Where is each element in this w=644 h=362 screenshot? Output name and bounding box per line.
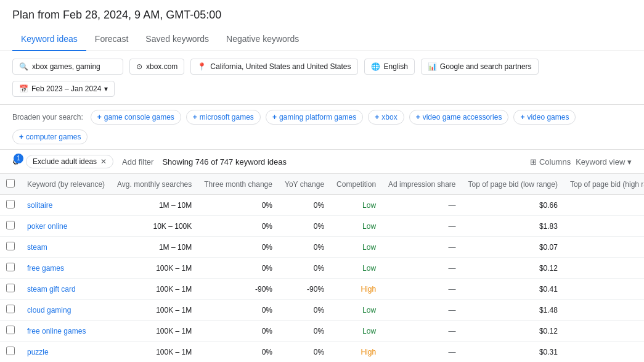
col-keyword[interactable]: Keyword (by relevance) — [21, 174, 111, 195]
row-checkbox[interactable] — [0, 195, 21, 216]
row-ad-impression: — — [382, 342, 462, 363]
close-icon[interactable]: ✕ — [100, 157, 107, 166]
tab-keyword-ideas[interactable]: Keyword ideas — [12, 28, 86, 51]
row-keyword: steam gift card — [21, 279, 111, 300]
row-avg-monthly: 1M – 10M — [111, 195, 198, 216]
row-competition: Low — [330, 321, 382, 342]
domain-value: xbox.com — [146, 62, 177, 71]
toolbar: ⚙ 1 Exclude adult ideas ✕ Add filter Sho… — [0, 150, 644, 174]
plus-icon-0: + — [97, 113, 102, 121]
filter-button[interactable]: ⚙ 1 — [12, 157, 20, 167]
row-select-checkbox[interactable] — [6, 326, 15, 334]
language-pill[interactable]: 🌐 English — [364, 59, 415, 75]
row-checkbox[interactable] — [0, 300, 21, 321]
tab-forecast[interactable]: Forecast — [86, 28, 137, 51]
columns-label: Columns — [539, 157, 571, 167]
keyword-view-button[interactable]: Keyword view ▾ — [576, 157, 632, 167]
row-keyword: steam — [21, 237, 111, 258]
row-select-checkbox[interactable] — [6, 263, 15, 271]
exclude-adult-pill[interactable]: Exclude adult ideas ✕ — [26, 155, 113, 168]
row-three-month: 0% — [198, 195, 279, 216]
tab-saved-keywords[interactable]: Saved keywords — [137, 28, 218, 51]
tab-negative-keywords[interactable]: Negative keywords — [218, 28, 308, 51]
col-competition[interactable]: Competition — [330, 174, 382, 195]
suggestion-chip-6[interactable]: +computer games — [12, 130, 88, 144]
row-top-bid-high: $1.50 — [564, 321, 644, 342]
page-title: Plan from Feb 28, 2024, 9 AM, GMT-05:00 — [12, 9, 632, 22]
row-competition: High — [330, 342, 382, 363]
language-value: English — [384, 62, 408, 71]
row-keyword: cloud gaming — [21, 300, 111, 321]
filters-bar: 🔍 xbox games, gaming ⊙ xbox.com 📍 Califo… — [0, 51, 644, 105]
row-ad-impression: — — [382, 258, 462, 279]
row-checkbox[interactable] — [0, 342, 21, 363]
row-avg-monthly: 100K – 1M — [111, 300, 198, 321]
col-three-month[interactable]: Three month change — [198, 174, 279, 195]
row-top-bid-high: $3.80 — [564, 300, 644, 321]
row-top-bid-high: $3.47 — [564, 195, 644, 216]
row-select-checkbox[interactable] — [6, 347, 15, 355]
row-top-bid-low: $0.31 — [462, 342, 563, 363]
add-filter-button[interactable]: Add filter — [122, 157, 153, 167]
table-header-row: Keyword (by relevance) Avg. monthly sear… — [0, 174, 644, 195]
suggestion-chip-1[interactable]: +microsoft games — [186, 110, 261, 125]
tab-bar: Keyword ideas Forecast Saved keywords Ne… — [0, 28, 644, 51]
suggestion-chip-0[interactable]: +game console games — [91, 110, 181, 125]
row-checkbox[interactable] — [0, 237, 21, 258]
table-row: steam 1M – 10M 0% 0% Low — $0.07 $0.16 — [0, 237, 644, 258]
suggestion-chip-2[interactable]: +gaming platform games — [266, 110, 363, 125]
row-checkbox[interactable] — [0, 321, 21, 342]
plus-icon-1: + — [193, 113, 197, 121]
table-row: cloud gaming 100K – 1M 0% 0% Low — $1.48… — [0, 300, 644, 321]
row-top-bid-low: $1.48 — [462, 300, 563, 321]
search-pill[interactable]: 🔍 xbox games, gaming — [12, 59, 123, 75]
suggestion-chip-4[interactable]: +video game accessories — [409, 110, 509, 125]
row-competition: Low — [330, 258, 382, 279]
location-pill[interactable]: 📍 California, United States and United S… — [190, 59, 357, 75]
row-checkbox[interactable] — [0, 279, 21, 300]
col-ad-impression[interactable]: Ad impression share — [382, 174, 462, 195]
suggestion-label-4: video game accessories — [423, 113, 502, 121]
table-row: free online games 100K – 1M 0% 0% Low — … — [0, 321, 644, 342]
col-checkbox — [0, 174, 21, 195]
col-yoy[interactable]: YoY change — [279, 174, 330, 195]
select-all-checkbox[interactable] — [6, 179, 15, 187]
columns-button[interactable]: ⊞ Columns — [530, 157, 571, 167]
suggestion-chip-5[interactable]: +video games — [513, 110, 576, 125]
keyword-table: Keyword (by relevance) Avg. monthly sear… — [0, 174, 644, 362]
row-ad-impression: — — [382, 195, 462, 216]
location-icon: 📍 — [197, 62, 206, 71]
suggestion-chip-3[interactable]: +xbox — [368, 110, 404, 125]
row-ad-impression: — — [382, 216, 462, 237]
row-select-checkbox[interactable] — [6, 242, 15, 250]
col-top-bid-low[interactable]: Top of page bid (low range) — [462, 174, 563, 195]
network-pill[interactable]: 📊 Google and search partners — [421, 59, 539, 75]
row-ad-impression: — — [382, 279, 462, 300]
row-competition: Low — [330, 237, 382, 258]
row-keyword: solitaire — [21, 195, 111, 216]
keyword-count: Showing 746 of 747 keyword ideas — [162, 157, 287, 167]
row-avg-monthly: 10K – 100K — [111, 216, 198, 237]
row-checkbox[interactable] — [0, 216, 21, 237]
row-avg-monthly: 100K – 1M — [111, 321, 198, 342]
suggestion-label-3: xbox — [381, 113, 397, 121]
table-body: solitaire 1M – 10M 0% 0% Low — $0.66 $3.… — [0, 195, 644, 363]
row-top-bid-low: $0.12 — [462, 258, 563, 279]
exclude-label: Exclude adult ideas — [33, 157, 97, 166]
suggestions-bar: Broaden your search: +game console games… — [0, 105, 644, 150]
col-avg-monthly[interactable]: Avg. monthly searches — [111, 174, 198, 195]
row-checkbox[interactable] — [0, 258, 21, 279]
row-select-checkbox[interactable] — [6, 221, 15, 229]
col-top-bid-high[interactable]: Top of page bid (high range) — [564, 174, 644, 195]
table-row: poker online 10K – 100K 0% 0% Low — $1.8… — [0, 216, 644, 237]
row-select-checkbox[interactable] — [6, 284, 15, 292]
chevron-down-icon: ▾ — [627, 157, 632, 167]
row-select-checkbox[interactable] — [6, 200, 15, 208]
row-top-bid-low: $0.41 — [462, 279, 563, 300]
domain-pill[interactable]: ⊙ xbox.com — [129, 59, 184, 75]
row-three-month: 0% — [198, 321, 279, 342]
date-pill[interactable]: 📅 Feb 2023 – Jan 2024 ▾ — [12, 81, 115, 97]
row-top-bid-high: $6.38 — [564, 216, 644, 237]
row-select-checkbox[interactable] — [6, 305, 15, 313]
filter-badge: 1 — [14, 154, 23, 163]
